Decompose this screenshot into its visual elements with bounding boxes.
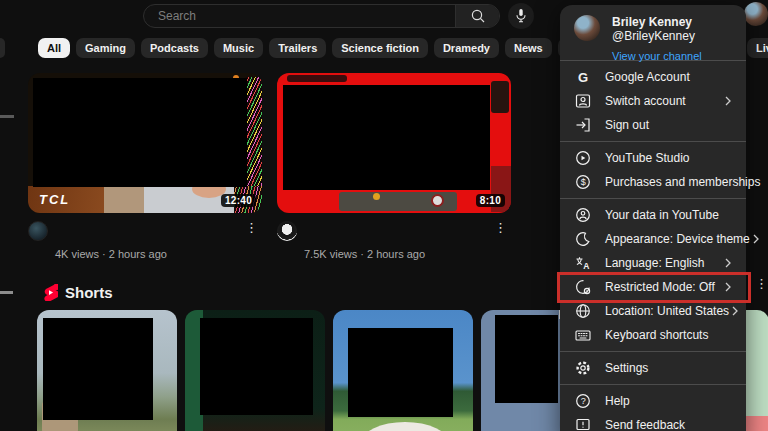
chip-science-fiction[interactable]: Science fiction: [332, 38, 428, 58]
youtube-app: All Gaming Podcasts Music Trailers Scien…: [0, 0, 768, 431]
short-thumbnail[interactable]: [333, 310, 473, 431]
video-menu-kebab-icon[interactable]: ⋮: [241, 221, 262, 235]
svg-text:$: $: [581, 177, 586, 187]
menu-item-your-data[interactable]: Your data in YouTube: [560, 203, 746, 227]
chevron-right-icon: [722, 257, 734, 269]
youtube-studio-icon: [574, 149, 592, 167]
search-icon: [470, 8, 486, 24]
shorts-heading: Shorts: [65, 284, 113, 301]
account-avatar[interactable]: [744, 2, 768, 26]
thumbnail-laser-art: [246, 77, 262, 189]
chip-music[interactable]: Music: [214, 38, 263, 58]
purchases-dollar-icon: $: [574, 173, 592, 191]
thumbnail-emblem: [431, 194, 444, 207]
video-menu-kebab-icon[interactable]: ⋮: [490, 221, 511, 235]
redaction-box: [283, 85, 490, 190]
restricted-mode-icon: [574, 278, 592, 296]
video-card[interactable]: 8:10 ⋮ 7.5K views · 2 hours ago: [277, 73, 511, 260]
menu-item-keyboard-shortcuts[interactable]: Keyboard shortcuts: [560, 323, 746, 347]
tcl-logo: TCL: [28, 186, 104, 213]
menu-avatar: [574, 15, 600, 41]
chip-live-label[interactable]: Liv: [747, 38, 768, 58]
menu-item-google-account[interactable]: G Google Account: [560, 65, 746, 89]
chip-news[interactable]: News: [505, 38, 552, 58]
menu-item-label: Keyboard shortcuts: [605, 328, 708, 342]
search-bar: [143, 4, 500, 28]
chip-gaming[interactable]: Gaming: [76, 38, 135, 58]
chip-all[interactable]: All: [38, 38, 70, 58]
search-button[interactable]: [455, 5, 499, 27]
account-name: Briley Kenney: [612, 15, 702, 29]
menu-item-appearance[interactable]: Appearance: Device theme: [560, 227, 746, 251]
thumbnail-detail: [373, 193, 380, 200]
menu-item-label: Restricted Mode: Off: [605, 280, 715, 294]
short-thumbnail[interactable]: [185, 310, 325, 431]
redaction-box: [495, 315, 558, 403]
kebab-menu-icon[interactable]: ⋮: [751, 277, 768, 291]
left-edge-fragment: [0, 291, 13, 294]
menu-item-location[interactable]: Location: United States: [560, 299, 746, 323]
switch-account-icon: [574, 92, 592, 110]
chip-live-partial[interactable]: Liv: [747, 38, 768, 58]
send-feedback-icon: [574, 416, 592, 431]
redaction-box: [43, 318, 153, 420]
menu-item-sign-out[interactable]: Sign out: [560, 113, 746, 137]
video-duration-badge: 8:10: [476, 194, 505, 207]
chevron-right-icon: [722, 95, 734, 107]
account-handle: @BrileyKenney: [612, 29, 702, 43]
menu-item-label: Your data in YouTube: [605, 208, 719, 222]
channel-avatar[interactable]: [28, 221, 48, 241]
menu-item-label: Send feedback: [605, 418, 685, 431]
menu-item-settings[interactable]: Settings: [560, 356, 746, 380]
svg-text:A: A: [583, 261, 589, 271]
help-icon: ?: [574, 392, 592, 410]
menu-item-send-feedback[interactable]: Send feedback: [560, 413, 746, 431]
chip-podcasts[interactable]: Podcasts: [141, 38, 208, 58]
chip-dramedy[interactable]: Dramedy: [434, 38, 499, 58]
chevron-right-icon: [750, 233, 762, 245]
menu-item-restricted-mode[interactable]: Restricted Mode: Off: [560, 275, 746, 299]
search-input[interactable]: [144, 5, 455, 27]
chip-row-left-fragment: [0, 38, 5, 58]
video-metadata: 4K views · 2 hours ago: [55, 248, 262, 260]
voice-search-button[interactable]: [508, 3, 534, 29]
account-menu-header: Briley Kenney @BrileyKenney View your ch…: [560, 5, 746, 60]
menu-item-language[interactable]: A Language: English: [560, 251, 746, 275]
chip-trailers[interactable]: Trailers: [269, 38, 326, 58]
sign-out-icon: [574, 116, 592, 134]
menu-item-label: Settings: [605, 361, 648, 375]
redaction-box: [348, 328, 453, 417]
menu-item-purchases[interactable]: $ Purchases and memberships: [560, 170, 746, 194]
thumbnail-detail: [491, 81, 509, 113]
video-thumbnail[interactable]: TCL 12:40: [28, 73, 262, 213]
left-edge-fragment: [0, 115, 14, 118]
keyboard-icon: [574, 326, 592, 344]
channel-avatar[interactable]: [277, 221, 297, 241]
video-thumbnail[interactable]: 8:10: [277, 73, 511, 213]
menu-item-switch-account[interactable]: Switch account: [560, 89, 746, 113]
settings-gear-icon: [574, 359, 592, 377]
video-card[interactable]: TCL 12:40 ⋮ 4K views · 2 hours ago: [28, 73, 262, 260]
redaction-box: [200, 318, 313, 415]
google-g-icon: G: [574, 68, 592, 86]
chevron-right-icon: [722, 281, 734, 293]
menu-item-help[interactable]: ? Help: [560, 389, 746, 413]
view-your-channel-link[interactable]: View your channel: [612, 50, 702, 62]
shorts-section-header: Shorts: [43, 284, 113, 301]
menu-item-label: Switch account: [605, 94, 686, 108]
menu-item-label: Help: [605, 394, 630, 408]
menu-item-label: Sign out: [605, 118, 649, 132]
thumbnail-person: [361, 422, 449, 431]
video-duration-badge: 12:40: [221, 194, 256, 207]
menu-item-label: YouTube Studio: [605, 151, 690, 165]
microphone-icon: [514, 8, 528, 24]
shorts-logo-icon: [43, 284, 58, 301]
thumbnail-detail: [287, 75, 347, 82]
thumbnail-detail: [104, 186, 144, 213]
svg-text:G: G: [578, 70, 588, 85]
menu-item-youtube-studio[interactable]: YouTube Studio: [560, 146, 746, 170]
language-translate-icon: A: [574, 254, 592, 272]
short-thumbnail[interactable]: [37, 310, 177, 431]
chevron-right-icon: [729, 305, 741, 317]
menu-item-label: Appearance: Device theme: [605, 232, 750, 246]
